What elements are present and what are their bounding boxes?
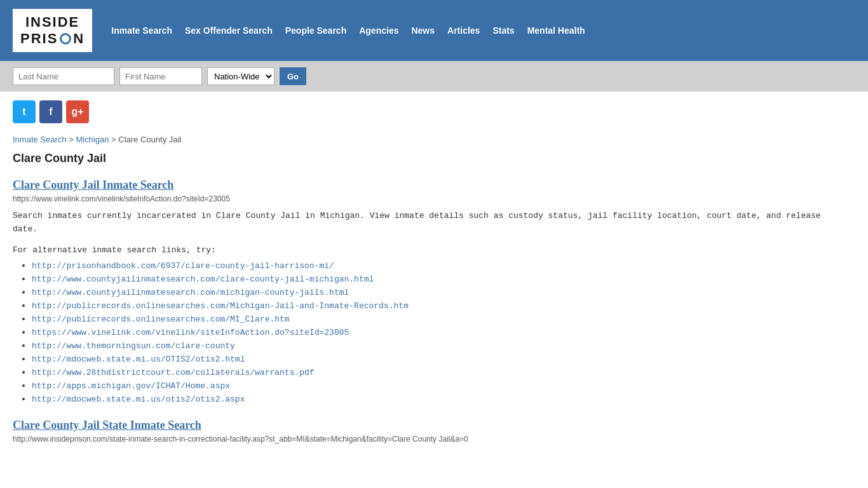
alt-link-3[interactable]: http://publicrecords.onlinesearches.com/… <box>32 301 409 311</box>
logo-inside-text: INSIDE <box>20 14 85 30</box>
alt-link-6[interactable]: http://www.themorningsun.com/clare-count… <box>32 341 235 351</box>
section2-title-link[interactable]: Clare County Jail State Inmate Search <box>13 419 201 431</box>
section2-url: http://www.insideprison.com/state-inmate… <box>13 435 839 444</box>
nav-people-search[interactable]: People Search <box>285 25 347 36</box>
alt-link-2[interactable]: http://www.countyjailinmatesearch.com/mi… <box>32 288 349 297</box>
last-name-input[interactable] <box>13 67 114 85</box>
facebook-button[interactable]: f <box>39 100 62 123</box>
main-content: Inmate Search > Michigan > Clare County … <box>0 128 851 469</box>
list-item: http://publicrecords.onlinesearches.com/… <box>32 313 839 324</box>
google-button[interactable]: g+ <box>66 100 89 123</box>
list-item: http://www.countyjailinmatesearch.com/mi… <box>32 287 839 297</box>
nav-articles[interactable]: Articles <box>447 25 480 36</box>
go-button[interactable]: Go <box>280 67 306 85</box>
alt-link-10[interactable]: http://mdocweb.state.mi.us/otis2/otis2.a… <box>32 395 245 404</box>
alt-links-intro: For alternative inmate search links, try… <box>13 245 839 255</box>
main-nav: Inmate Search Sex Offender Search People… <box>111 25 585 36</box>
first-name-input[interactable] <box>119 67 202 85</box>
logo-circle-icon <box>60 33 71 44</box>
list-item: http://publicrecords.onlinesearches.com/… <box>32 300 839 311</box>
alt-links-list: http://prisonhandbook.com/6937/clare-cou… <box>32 260 839 404</box>
section1-title-link[interactable]: Clare County Jail Inmate Search <box>13 179 173 191</box>
social-icons: t f g+ <box>0 92 868 128</box>
breadcrumb-inmate-search[interactable]: Inmate Search <box>13 135 67 144</box>
list-item: https://www.vinelink.com/vinelink/siteIn… <box>32 327 839 337</box>
logo-prison-text: PRIS N <box>20 30 85 47</box>
section1-title: Clare County Jail Inmate Search <box>13 177 839 192</box>
list-item: http://www.28thdistrictcourt.com/collate… <box>32 367 839 377</box>
breadcrumb: Inmate Search > Michigan > Clare County … <box>13 135 839 144</box>
search-bar: Nation-Wide Go <box>0 61 868 92</box>
nav-agencies[interactable]: Agencies <box>359 25 398 36</box>
nav-stats[interactable]: Stats <box>492 25 514 36</box>
nav-mental-health[interactable]: Mental Health <box>527 25 585 36</box>
nav-news[interactable]: News <box>411 25 435 36</box>
nav-sex-offender-search[interactable]: Sex Offender Search <box>185 25 273 36</box>
nav-inmate-search[interactable]: Inmate Search <box>111 25 172 36</box>
alt-link-5[interactable]: https://www.vinelink.com/vinelink/siteIn… <box>32 328 349 337</box>
page-title: Clare County Jail <box>13 152 839 165</box>
breadcrumb-michigan[interactable]: Michigan <box>76 135 109 144</box>
twitter-button[interactable]: t <box>13 100 36 123</box>
section2-title: Clare County Jail State Inmate Search <box>13 417 839 432</box>
alt-link-0[interactable]: http://prisonhandbook.com/6937/clare-cou… <box>32 261 334 271</box>
location-select[interactable]: Nation-Wide <box>207 67 275 85</box>
list-item: http://prisonhandbook.com/6937/clare-cou… <box>32 260 839 271</box>
list-item: http://mdocweb.state.mi.us/otis2/otis2.a… <box>32 393 839 404</box>
site-header: INSIDE PRIS N Inmate Search Sex Offender… <box>0 0 868 61</box>
section1-description: Search inmates currently incarcerated in… <box>13 210 839 236</box>
list-item: http://www.countyjailinmatesearch.com/cl… <box>32 273 839 284</box>
breadcrumb-current: Clare County Jail <box>118 135 181 144</box>
list-item: http://apps.michigan.gov/ICHAT/Home.aspx <box>32 380 839 391</box>
site-logo[interactable]: INSIDE PRIS N <box>13 9 92 52</box>
alt-link-4[interactable]: http://publicrecords.onlinesearches.com/… <box>32 315 290 324</box>
alt-link-8[interactable]: http://www.28thdistrictcourt.com/collate… <box>32 368 315 377</box>
alt-link-9[interactable]: http://apps.michigan.gov/ICHAT/Home.aspx <box>32 381 230 391</box>
alt-link-7[interactable]: http://mdocweb.state.mi.us/OTIS2/otis2.h… <box>32 355 245 364</box>
section1-url: https://www.vinelink.com/vinelink/siteIn… <box>13 194 839 203</box>
alt-link-1[interactable]: http://www.countyjailinmatesearch.com/cl… <box>32 274 374 284</box>
list-item: http://www.themorningsun.com/clare-count… <box>32 340 839 351</box>
list-item: http://mdocweb.state.mi.us/OTIS2/otis2.h… <box>32 353 839 364</box>
